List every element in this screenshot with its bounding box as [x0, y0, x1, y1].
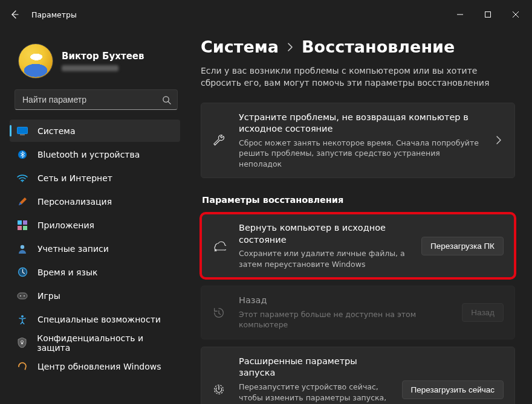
accessibility-icon — [17, 314, 28, 325]
cloud-reset-icon — [210, 239, 228, 252]
sidebar: Виктор Бухтеев Система Bluetooth и устро… — [0, 29, 187, 404]
sidebar-item-windows-update[interactable]: Центр обновления Windows — [10, 355, 180, 377]
svg-rect-2 — [18, 127, 28, 133]
user-profile[interactable]: Виктор Бухтеев — [10, 35, 183, 82]
sidebar-item-accounts[interactable]: Учетные записи — [10, 237, 180, 260]
card-subtitle: Перезапустите устройство сейчас, чтобы и… — [239, 382, 391, 404]
sidebar-nav: Система Bluetooth и устройства Сеть и Ин… — [10, 120, 183, 377]
windows-update-icon — [17, 361, 28, 372]
reset-pc-button[interactable]: Перезагрузка ПК — [421, 237, 504, 255]
svg-rect-7 — [23, 220, 27, 225]
section-title: Параметры восстановления — [202, 195, 515, 205]
card-subtitle: Этот параметр больше не доступен на этом… — [239, 309, 451, 330]
svg-rect-12 — [18, 293, 27, 299]
brush-icon — [17, 196, 28, 207]
avatar — [18, 43, 53, 79]
chevron-right-icon — [287, 42, 293, 52]
sidebar-item-apps[interactable]: Приложения — [10, 214, 180, 236]
gamepad-icon — [17, 290, 28, 301]
sidebar-item-label: Сеть и Интернет — [37, 173, 112, 183]
svg-point-13 — [20, 295, 21, 297]
card-title: Расширенные параметры запуска — [239, 356, 391, 379]
svg-rect-17 — [21, 342, 23, 344]
search-icon — [162, 95, 171, 104]
sidebar-item-label: Конфиденциальность и защита — [37, 333, 173, 353]
person-icon — [17, 243, 28, 254]
sidebar-item-time-language[interactable]: Время и язык — [10, 261, 180, 283]
restart-now-button[interactable]: Перезагрузить сейчас — [402, 380, 504, 399]
apps-icon — [17, 220, 28, 231]
history-icon — [210, 306, 228, 319]
globe-clock-icon — [17, 267, 28, 278]
card-title: Вернуть компьютер в исходное состояние — [239, 222, 410, 246]
sidebar-item-label: Время и язык — [37, 268, 97, 277]
sidebar-item-label: Bluetooth и устройства — [37, 150, 140, 159]
window-controls — [446, 5, 530, 24]
svg-point-1 — [163, 96, 169, 101]
go-back-button: Назад — [462, 303, 504, 322]
svg-rect-3 — [20, 134, 25, 135]
bluetooth-icon — [17, 149, 28, 160]
sidebar-item-personalization[interactable]: Персонализация — [10, 190, 180, 213]
svg-rect-6 — [18, 220, 22, 225]
card-title: Назад — [239, 295, 451, 307]
search-input[interactable] — [21, 94, 157, 105]
system-icon — [17, 126, 28, 136]
sidebar-item-label: Система — [37, 126, 75, 136]
sidebar-item-bluetooth[interactable]: Bluetooth и устройства — [10, 143, 180, 165]
close-button[interactable] — [502, 5, 530, 24]
user-email-redacted — [62, 65, 118, 71]
sidebar-item-system[interactable]: Система — [10, 120, 180, 142]
sidebar-item-gaming[interactable]: Игры — [10, 284, 180, 307]
app-title: Параметры — [31, 10, 77, 19]
power-settings-icon — [210, 383, 228, 396]
svg-point-14 — [24, 295, 25, 297]
user-name: Виктор Бухтеев — [62, 51, 144, 62]
minimize-button[interactable] — [446, 5, 474, 24]
maximize-button[interactable] — [474, 5, 502, 24]
shield-icon — [17, 338, 27, 348]
card-subtitle: Сохраните или удалите личные файлы, а за… — [239, 248, 410, 269]
sidebar-item-label: Центр обновления Windows — [37, 362, 161, 371]
svg-point-10 — [21, 245, 24, 248]
wrench-icon — [210, 133, 228, 147]
sidebar-item-accessibility[interactable]: Специальные возможности — [10, 308, 180, 330]
card-subtitle: Сброс может занять некоторое время. Снач… — [239, 138, 483, 170]
breadcrumb-current: Восстановление — [302, 37, 455, 56]
sidebar-item-label: Персонализация — [37, 197, 112, 207]
sidebar-item-privacy[interactable]: Конфиденциальность и защита — [10, 332, 180, 354]
main-content: Система Восстановление Если у вас возник… — [187, 29, 532, 404]
back-button[interactable] — [8, 8, 21, 21]
card-title: Устраните проблемы, не возвращая компьют… — [239, 112, 483, 135]
sidebar-item-label: Учетные записи — [37, 244, 109, 254]
wifi-icon — [17, 173, 28, 184]
sidebar-item-label: Специальные возможности — [37, 315, 161, 324]
breadcrumb: Система Восстановление — [201, 37, 515, 56]
chevron-right-icon — [494, 136, 504, 144]
advanced-startup-card: Расширенные параметры запуска Перезапуст… — [201, 347, 515, 404]
breadcrumb-parent[interactable]: Система — [201, 37, 279, 56]
reset-pc-card: Вернуть компьютер в исходное состояние С… — [201, 213, 515, 278]
sidebar-item-network[interactable]: Сеть и Интернет — [10, 167, 180, 189]
svg-rect-0 — [485, 12, 491, 18]
page-description: Если у вас возникли проблемы с компьютер… — [201, 65, 515, 89]
sidebar-item-label: Игры — [37, 291, 60, 301]
titlebar: Параметры — [0, 0, 532, 29]
go-back-card: Назад Этот параметр больше не доступен н… — [201, 286, 515, 339]
svg-point-15 — [21, 315, 24, 318]
svg-rect-8 — [18, 226, 22, 230]
search-box[interactable] — [15, 89, 178, 110]
svg-point-5 — [22, 181, 23, 182]
troubleshoot-card[interactable]: Устраните проблемы, не возвращая компьют… — [201, 103, 515, 179]
svg-rect-9 — [23, 226, 27, 230]
sidebar-item-label: Приложения — [37, 220, 94, 230]
